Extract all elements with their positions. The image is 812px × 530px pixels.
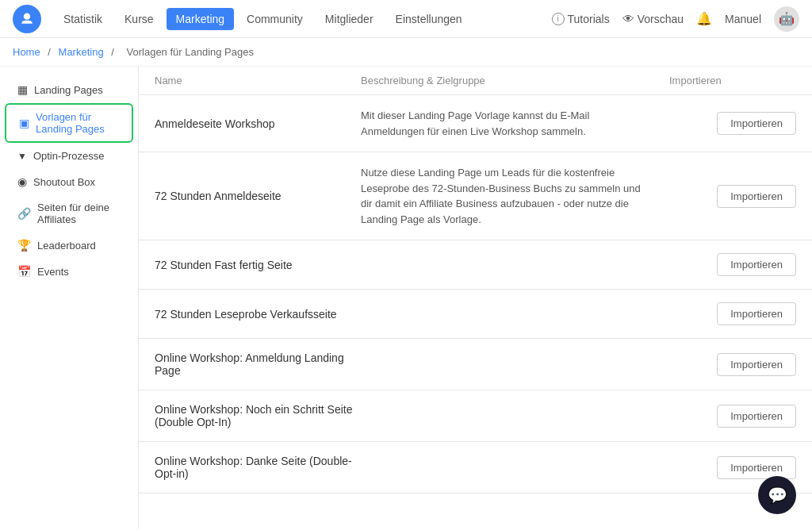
info-icon: i [552,13,565,25]
import-button-4[interactable]: Importieren [717,353,796,376]
sidebar-label-events: Events [37,266,69,278]
sidebar-label-landing-pages: Landing Pages [34,84,103,96]
template-icon: ▣ [19,117,29,129]
row-action-4: Importieren [669,353,796,376]
tutorials-label: Tutorials [568,13,610,25]
tutorials-link[interactable]: i Tutorials [552,13,610,25]
page-layout: ▦ Landing Pages ▣ Vorlagen für Landing P… [0,67,812,529]
row-name-6: Online Workshop: Danke Seite (Double-Opt… [155,455,361,480]
shoutout-icon: ◉ [17,175,27,188]
row-name-4: Online Workshop: Anmeldung Landing Page [155,351,361,377]
chat-icon: 💬 [768,486,787,505]
table-row: Online Workshop: Danke Seite (Double-Opt… [139,442,812,494]
sidebar-item-vorlagen[interactable]: ▣ Vorlagen für Landing Pages [5,103,133,143]
user-label: Manuel [725,13,761,25]
svg-point-0 [24,13,30,19]
table-row: 72 Stunden Fast fertig Seite Importieren [139,240,812,290]
user-name[interactable]: Manuel [725,13,761,25]
link-icon: 🔗 [17,207,31,220]
sidebar: ▦ Landing Pages ▣ Vorlagen für Landing P… [0,67,139,529]
table-row: 72 Stunden Leseprobe Verkaufsseite Impor… [139,290,812,339]
nav-right: i Tutorials 👁 Vorschau 🔔 Manuel 🤖 [552,6,799,32]
sidebar-label-optin: Optin-Prozesse [33,150,105,162]
table-row: Online Workshop: Noch ein Schritt Seite … [139,390,812,442]
col-import: Importieren [669,75,796,86]
sidebar-item-affiliates[interactable]: 🔗 Seiten für deine Affiliates [5,195,133,232]
nav-statistik[interactable]: Statistik [54,8,112,30]
breadcrumb: Home / Marketing / Vorlagen für Landing … [0,38,812,67]
grid-icon: ▦ [17,83,28,96]
breadcrumb-current: Vorlagen für Landing Pages [127,46,254,58]
eye-icon: 👁 [622,12,634,25]
sidebar-label-vorlagen: Vorlagen für Landing Pages [36,111,119,135]
avatar-icon: 🤖 [779,11,795,26]
vorschau-link[interactable]: 👁 Vorschau [622,12,684,25]
row-action-0: Importieren [669,112,796,135]
vorschau-label: Vorschau [638,13,684,25]
sidebar-item-leaderboard[interactable]: 🏆 Leaderboard [5,232,133,258]
breadcrumb-marketing[interactable]: Marketing [59,46,104,58]
calendar-icon: 📅 [17,265,31,278]
user-avatar[interactable]: 🤖 [774,6,799,32]
import-button-2[interactable]: Importieren [717,253,796,276]
import-button-6[interactable]: Importieren [717,456,796,479]
row-name-0: Anmeldeseite Workshop [155,117,361,130]
row-desc-0: Mit dieser Landing Page Vorlage kannst d… [361,108,669,139]
breadcrumb-sep1: / [48,46,51,58]
nav-marketing[interactable]: Marketing [167,8,234,30]
row-name-5: Online Workshop: Noch ein Schritt Seite … [155,403,361,428]
sidebar-item-shoutout[interactable]: ◉ Shoutout Box [5,169,133,194]
sidebar-label-shoutout: Shoutout Box [33,176,95,188]
import-button-0[interactable]: Importieren [717,112,796,135]
row-name-3: 72 Stunden Leseprobe Verkaufsseite [155,308,361,321]
sidebar-item-optin[interactable]: ▼ Optin-Prozesse [5,144,133,168]
funnel-icon: ▼ [17,151,27,162]
table-row: Online Workshop: Anmeldung Landing Page … [139,339,812,390]
import-button-5[interactable]: Importieren [717,405,796,428]
table-row: 72 Stunden Anmeldeseite Nutze diese Land… [139,152,812,240]
import-button-1[interactable]: Importieren [717,185,796,208]
logo[interactable] [13,5,41,33]
col-name: Name [155,75,361,86]
nav-einstellungen[interactable]: Einstellungen [386,8,472,30]
row-desc-1: Nutze diese Landing Page um Leads für di… [361,165,669,227]
breadcrumb-sep2: / [111,46,114,58]
row-action-2: Importieren [669,253,796,276]
row-action-5: Importieren [669,405,796,428]
row-action-3: Importieren [669,302,796,325]
row-name-2: 72 Stunden Fast fertig Seite [155,259,361,271]
sidebar-item-events[interactable]: 📅 Events [5,259,133,284]
notification-bell[interactable]: 🔔 [696,11,712,26]
nav-community[interactable]: Community [237,8,312,30]
leaderboard-icon: 🏆 [17,239,31,252]
sidebar-label-affiliates: Seiten für deine Affiliates [37,202,121,225]
col-desc: Beschreibung & Zielgruppe [361,75,669,86]
chat-bubble[interactable]: 💬 [758,476,796,514]
nav-mitglieder[interactable]: Mitglieder [316,8,383,30]
top-nav: Statistik Kurse Marketing Community Mitg… [0,0,812,38]
bell-icon: 🔔 [696,11,712,26]
sidebar-item-landing-pages[interactable]: ▦ Landing Pages [5,77,133,102]
nav-kurse[interactable]: Kurse [115,8,163,30]
table-row: Anmeldeseite Workshop Mit dieser Landing… [139,95,812,152]
row-name-1: 72 Stunden Anmeldeseite [155,190,361,202]
breadcrumb-home[interactable]: Home [13,46,40,58]
row-action-1: Importieren [669,185,796,208]
import-button-3[interactable]: Importieren [717,302,796,325]
main-content: Name Beschreibung & Zielgruppe Importier… [139,67,812,529]
table-header: Name Beschreibung & Zielgruppe Importier… [139,67,812,95]
sidebar-label-leaderboard: Leaderboard [37,240,96,252]
